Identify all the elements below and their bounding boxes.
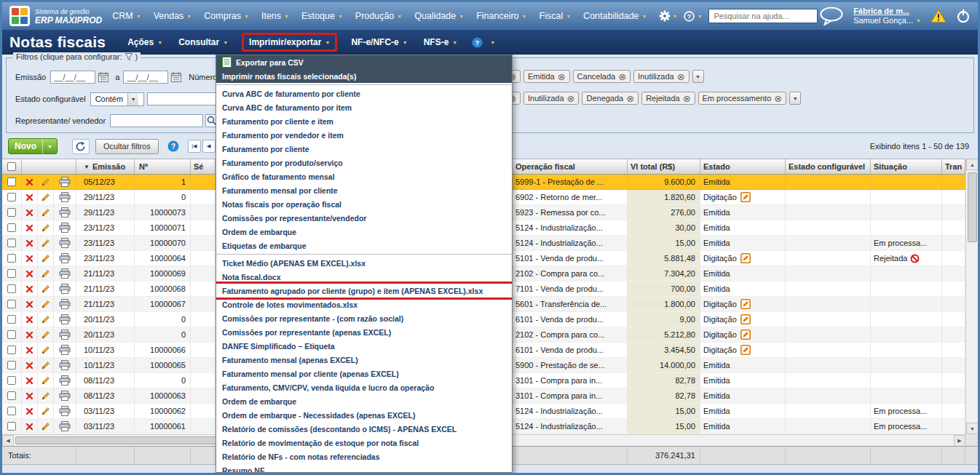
delete-icon[interactable] xyxy=(25,270,33,278)
menu-imprimir-exportar[interactable]: Imprimir/exportar▼ xyxy=(244,35,335,49)
remove-chip-icon[interactable]: ⊗ xyxy=(618,72,626,81)
edit-icon[interactable] xyxy=(41,177,50,187)
delete-icon[interactable] xyxy=(25,224,33,232)
remove-chip-icon[interactable]: ⊗ xyxy=(677,72,685,81)
menu-nfs-e[interactable]: NFS-e▼ xyxy=(424,37,458,47)
scroll-left-button[interactable]: ◀ xyxy=(2,435,14,447)
row-checkbox[interactable] xyxy=(7,177,16,186)
user-menu[interactable]: Samuel Gonça... ▼ xyxy=(853,16,921,25)
help-search-input[interactable] xyxy=(708,9,818,23)
edit-icon[interactable] xyxy=(41,315,50,324)
menu-item-faturamento-por-cliente[interactable]: Faturamento por cliente xyxy=(216,142,512,156)
delete-icon[interactable] xyxy=(25,407,33,415)
vertical-scrollbar[interactable]: ▲ ▼ xyxy=(965,159,978,434)
edit-state-icon[interactable] xyxy=(740,253,751,263)
print-icon[interactable] xyxy=(59,238,71,248)
edit-icon[interactable] xyxy=(41,422,50,431)
topbar-menu-contabilidade[interactable]: Contabilidade▼ xyxy=(583,11,647,21)
menu-item-comissoes-por-representante-vendedor[interactable]: Comissões por representante/vendedor xyxy=(216,211,512,225)
menu-item-curva-abc-de-faturamento-por-cliente[interactable]: Curva ABC de faturamento por cliente xyxy=(216,87,512,100)
delete-icon[interactable] xyxy=(25,300,33,308)
remove-chip-icon[interactable]: ⊗ xyxy=(774,94,782,103)
power-icon[interactable] xyxy=(956,9,971,23)
menu-item-ordem-de-embarque[interactable]: Ordem de embarque xyxy=(216,225,512,239)
row-checkbox[interactable] xyxy=(7,422,16,431)
remove-chip-icon[interactable]: ⊗ xyxy=(558,72,566,81)
topbar-menu-itens[interactable]: Itens▼ xyxy=(261,11,289,21)
chips-dropdown-button[interactable]: ▼ xyxy=(789,92,801,105)
menu-item-ticket-medio-apenas-em-excel-xlsx[interactable]: Ticket Médio (APENAS EM EXCEL).xlsx xyxy=(216,256,512,270)
delete-icon[interactable] xyxy=(25,193,33,201)
print-icon[interactable] xyxy=(59,360,71,370)
edit-state-icon[interactable] xyxy=(740,345,751,355)
row-checkbox[interactable] xyxy=(7,391,16,400)
menu-item-faturamento-mensal-por-cliente-apenas-excel[interactable]: Faturamento mensal por cliente (apenas E… xyxy=(216,367,512,380)
menu-item-comissoes-por-representante-apenas-excel[interactable]: Comissões por representante (apenas EXCE… xyxy=(216,325,512,339)
edit-state-icon[interactable] xyxy=(740,330,751,340)
first-page-button[interactable]: |◀ xyxy=(188,140,201,153)
emissao-from-input[interactable] xyxy=(50,71,95,84)
edit-icon[interactable] xyxy=(41,254,50,263)
menu-item-exportar-para-csv[interactable]: Exportar para CSV xyxy=(216,55,512,69)
row-checkbox[interactable] xyxy=(7,269,16,278)
menu-item-imprimir-notas-fiscais-selecionada-s[interactable]: Imprimir notas fiscais selecionada(s) xyxy=(216,69,512,83)
emissao-to-input[interactable] xyxy=(123,71,168,84)
topbar-menu-vendas[interactable]: Vendas▼ xyxy=(154,11,192,21)
toolbar-help[interactable]: ? xyxy=(167,140,179,152)
edit-icon[interactable] xyxy=(41,346,50,355)
row-checkbox[interactable] xyxy=(7,361,16,370)
topbar-menu-qualidade[interactable]: Qualidade▼ xyxy=(414,11,464,21)
print-icon[interactable] xyxy=(59,284,71,294)
print-icon[interactable] xyxy=(59,299,71,309)
ocultar-filtros-button[interactable]: Ocultar filtros xyxy=(95,139,159,154)
menu-item-relatorio-de-nfs-com-notas-referenciadas[interactable]: Relatório de NFs - com notas referenciad… xyxy=(216,450,512,463)
menu-consultar[interactable]: Consultar▼ xyxy=(178,37,228,47)
menu-item-danfe-simplificado-etiqueta[interactable]: DANFE Simplificado – Etiqueta xyxy=(216,339,512,353)
delete-icon[interactable] xyxy=(25,239,33,247)
menu-nf-e-nfc-e[interactable]: NF-e/NFC-e▼ xyxy=(351,37,407,47)
menu-item-faturamento-por-cliente-e-item[interactable]: Faturamento por cliente e item xyxy=(216,114,512,128)
row-checkbox[interactable] xyxy=(7,315,16,324)
header-estado-configuravel[interactable]: Estado configurável xyxy=(786,159,871,174)
warning-icon[interactable] xyxy=(930,9,947,23)
menu-item-resumo-nf[interactable]: Resumo NF xyxy=(216,463,512,473)
topbar-menu-financeiro[interactable]: Financeiro▼ xyxy=(476,11,526,21)
vertical-scroll-thumb[interactable] xyxy=(968,172,977,242)
company-link[interactable]: Fábrica de m... xyxy=(853,7,909,15)
edit-state-icon[interactable] xyxy=(740,192,751,202)
edit-icon[interactable] xyxy=(41,239,50,248)
edit-icon[interactable] xyxy=(41,223,50,233)
menu-item-notas-fiscais-por-operacao-fiscal[interactable]: Notas fiscais por operação fiscal xyxy=(216,197,512,211)
novo-button[interactable]: Novo ▼ xyxy=(8,138,58,154)
print-icon[interactable] xyxy=(59,253,71,263)
filter-chip-emitida[interactable]: Emitida⊗ xyxy=(523,70,570,83)
row-checkbox[interactable] xyxy=(7,239,16,247)
delete-icon[interactable] xyxy=(25,346,33,354)
menu-item-faturamento-por-produto-servico[interactable]: Faturamento por produto/serviço xyxy=(216,156,512,169)
menu-item-faturamento-cmv-cpv-venda-liquida-e-lucro-da-operacao[interactable]: Faturamento, CMV/CPV, venda líquida e lu… xyxy=(216,380,512,394)
topbar-menu-crm[interactable]: CRM▼ xyxy=(112,11,141,21)
delete-icon[interactable] xyxy=(25,316,33,324)
row-checkbox[interactable] xyxy=(7,407,16,415)
print-icon[interactable] xyxy=(59,330,71,340)
select-all-checkbox[interactable] xyxy=(7,162,16,171)
delete-icon[interactable] xyxy=(25,178,33,186)
header-operacao-fiscal[interactable]: Operação fiscal xyxy=(513,159,628,174)
menu-item-relatorio-de-movimentacao-de-estoque-por-nota-fiscal[interactable]: Relatório de movimentação de estoque por… xyxy=(216,436,512,450)
topbar-menu-estoque[interactable]: Estoque▼ xyxy=(301,11,343,21)
row-checkbox[interactable] xyxy=(7,223,16,232)
filters-legend[interactable]: Filtros (clique para configurar: ) xyxy=(13,52,141,61)
menu-item-curva-abc-de-faturamento-por-item[interactable]: Curva ABC de faturamento por item xyxy=(216,100,512,114)
row-checkbox[interactable] xyxy=(7,346,16,354)
calendar-button[interactable] xyxy=(98,71,109,83)
scroll-up-button[interactable]: ▲ xyxy=(966,159,979,170)
header-serie[interactable]: Sé xyxy=(191,159,216,174)
print-icon[interactable] xyxy=(59,314,71,324)
scroll-right-button[interactable]: ▶ xyxy=(954,435,965,447)
edit-icon[interactable] xyxy=(41,269,50,279)
edit-icon[interactable] xyxy=(41,361,50,370)
menu-item-faturamento-agrupado-por-cliente-grupo-e-item-apenas-excel-xlsx[interactable]: Faturamento agrupado por cliente (grupo)… xyxy=(216,284,512,298)
print-icon[interactable] xyxy=(59,345,71,355)
row-checkbox[interactable] xyxy=(7,300,16,308)
scroll-down-button[interactable]: ▼ xyxy=(966,423,979,434)
